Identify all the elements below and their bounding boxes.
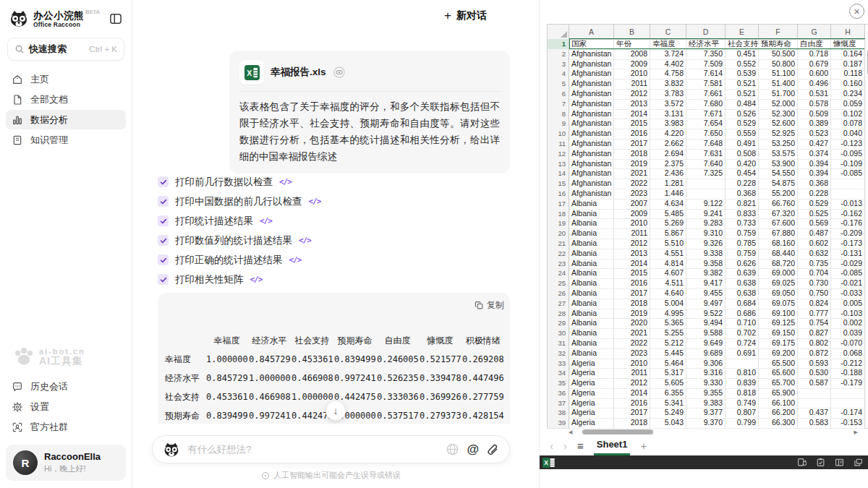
cell[interactable]: 52.600 — [759, 119, 798, 129]
row-number[interactable]: 25 — [548, 278, 569, 289]
column-letter-D[interactable]: D — [686, 25, 726, 40]
header-cell[interactable]: 经济水平 — [686, 39, 726, 50]
cell[interactable]: 0.827 — [798, 328, 831, 339]
cell[interactable]: Algeria — [569, 408, 614, 419]
cell[interactable]: 0.234 — [831, 89, 865, 100]
sheet-tab[interactable]: Sheet1 — [594, 437, 631, 454]
preview-eye-icon[interactable] — [333, 66, 346, 79]
cell[interactable]: -0.153 — [831, 418, 865, 429]
cell[interactable]: 2019 — [614, 159, 650, 170]
cell[interactable]: 0.759 — [726, 249, 759, 260]
cell[interactable]: 54.550 — [759, 168, 798, 179]
cell[interactable]: 66.760 — [759, 199, 798, 210]
cell[interactable]: 0.785 — [726, 239, 759, 249]
cell[interactable] — [686, 189, 726, 200]
cell[interactable]: Algeria — [569, 378, 614, 389]
sidebar-item-历史会话[interactable]: 历史会话 — [6, 377, 126, 396]
cell[interactable]: Afghanistan — [569, 149, 614, 160]
cell[interactable]: Albania — [569, 268, 614, 279]
cell[interactable]: 0.389 — [798, 119, 831, 129]
cell[interactable]: 0.059 — [831, 99, 865, 110]
code-icon[interactable]: </> — [299, 236, 311, 245]
column-letter-B[interactable]: B — [614, 25, 650, 40]
cell[interactable]: 2.436 — [650, 168, 686, 179]
cell[interactable]: 9.497 — [686, 299, 726, 309]
cell[interactable]: 69.200 — [759, 348, 798, 359]
cell[interactable]: 2014 — [614, 388, 650, 399]
cell[interactable]: Albania — [569, 228, 614, 239]
next-sheet-arrow[interactable]: › — [563, 440, 567, 451]
cell[interactable]: 0.639 — [726, 268, 759, 279]
cell[interactable]: 68.160 — [759, 239, 798, 249]
cell[interactable]: 2009 — [614, 59, 650, 70]
cell[interactable]: 52.000 — [759, 99, 798, 110]
cell[interactable]: 2018 — [614, 418, 650, 429]
column-letter-A[interactable]: A — [569, 25, 614, 40]
cell[interactable]: 0.821 — [726, 199, 759, 210]
code-icon[interactable]: </> — [250, 275, 263, 284]
sidebar-collapse-icon[interactable] — [109, 12, 123, 26]
cell[interactable]: -0.162 — [831, 209, 865, 220]
cell[interactable]: 4.220 — [650, 129, 686, 140]
cell[interactable]: Albania — [569, 218, 614, 229]
cell[interactable] — [831, 398, 865, 409]
cell[interactable]: 0.160 — [831, 79, 865, 90]
cell[interactable]: 9.522 — [686, 309, 726, 320]
cell[interactable]: 2021 — [614, 328, 650, 339]
cell[interactable]: Afghanistan — [569, 159, 614, 170]
cell[interactable]: Albania — [569, 309, 614, 320]
cell[interactable]: -0.131 — [831, 249, 865, 260]
column-letter-C[interactable]: C — [650, 25, 686, 40]
cell[interactable]: 66.200 — [759, 408, 798, 419]
cell[interactable]: 0.078 — [831, 119, 865, 129]
cell[interactable]: 5.249 — [650, 408, 686, 419]
cell[interactable]: 51.100 — [759, 69, 798, 80]
cell[interactable]: 0.638 — [726, 278, 759, 289]
cell[interactable]: 0.521 — [726, 89, 759, 100]
cell[interactable]: 2020 — [614, 318, 650, 329]
column-letter-H[interactable]: H — [831, 25, 865, 40]
cell[interactable]: 0.521 — [726, 79, 759, 90]
row-number[interactable]: 16 — [548, 189, 569, 200]
cell[interactable]: 2011 — [614, 368, 650, 379]
code-icon[interactable]: </> — [309, 197, 321, 206]
scroll-right-arrow[interactable]: ▶ — [854, 429, 858, 435]
cell[interactable]: Afghanistan — [569, 49, 614, 60]
cell[interactable]: 9.649 — [686, 338, 726, 349]
hscroll-handle[interactable] — [582, 429, 653, 435]
cell[interactable]: 2013 — [614, 99, 650, 110]
cell[interactable]: 0.228 — [726, 179, 759, 189]
row-number[interactable]: 29 — [548, 318, 569, 329]
cell[interactable]: 0.496 — [798, 79, 831, 90]
scroll-left-arrow[interactable]: ◀ — [569, 429, 572, 435]
cell[interactable]: 5.510 — [650, 239, 686, 249]
scroll-down-arrow[interactable]: ▼ — [865, 421, 868, 426]
cell[interactable]: 2016 — [614, 129, 650, 140]
cell[interactable]: 0.718 — [798, 49, 831, 60]
code-icon[interactable]: </> — [289, 255, 302, 265]
cell[interactable]: 67.880 — [759, 228, 798, 239]
cell[interactable]: 7.509 — [686, 59, 726, 70]
sidebar-item-官方社群[interactable]: 官方社群 — [6, 417, 126, 437]
cell[interactable]: 5.464 — [650, 359, 686, 369]
cell[interactable]: 9.377 — [686, 408, 726, 419]
cell[interactable]: Algeria — [569, 359, 614, 369]
cell[interactable]: Afghanistan — [569, 189, 614, 200]
clipboard-check-icon[interactable] — [816, 458, 825, 467]
cell[interactable]: 65.600 — [759, 368, 798, 379]
cell[interactable]: -0.029 — [831, 259, 865, 270]
cell[interactable]: Afghanistan — [569, 69, 614, 80]
cell[interactable]: 3.572 — [650, 99, 686, 110]
cell[interactable]: 0.552 — [726, 59, 759, 70]
cell[interactable]: -0.085 — [831, 168, 865, 179]
cell[interactable]: 9.494 — [686, 318, 726, 329]
cell[interactable]: 4.402 — [650, 59, 686, 70]
cell[interactable]: Afghanistan — [569, 59, 614, 70]
cell[interactable]: 2014 — [614, 109, 650, 120]
cell[interactable]: 7.648 — [686, 139, 726, 150]
row-number[interactable]: 15 — [548, 179, 569, 189]
cell[interactable]: -0.103 — [831, 309, 865, 320]
cell[interactable]: 7.661 — [686, 89, 726, 100]
cell[interactable]: 2015 — [614, 119, 650, 129]
cell[interactable]: 0.559 — [726, 129, 759, 140]
